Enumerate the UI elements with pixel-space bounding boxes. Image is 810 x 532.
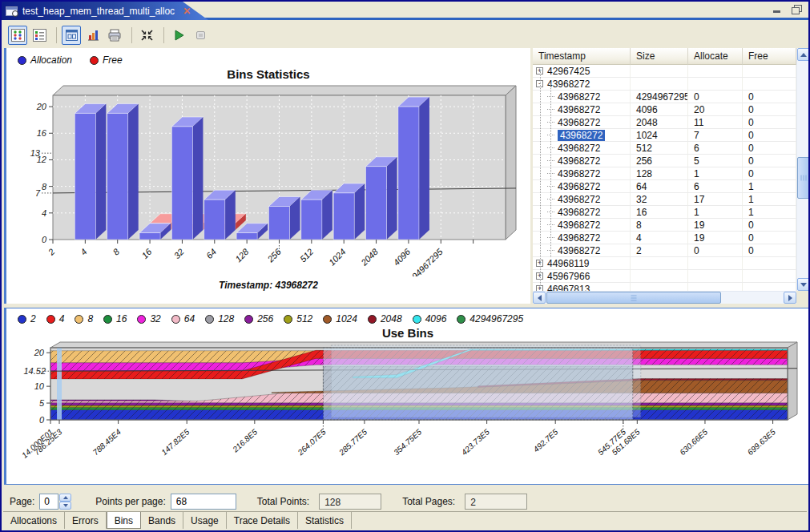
view-tab[interactable]: test_heap_mem_thread_multi_alloc ✕ [2, 2, 208, 20]
scroll-down-icon[interactable] [797, 278, 810, 291]
table-row[interactable]: 4396827251260 [533, 142, 796, 155]
legend-label: 8 [87, 313, 93, 324]
allocation-view-button[interactable] [8, 26, 27, 45]
use-bins-area-chart[interactable]: 14.000E01786.25E3788.45E4147.82E5216.8E5… [6, 340, 808, 476]
timestamp-cell: 42967425 [547, 66, 590, 77]
free-cell [743, 270, 796, 282]
free-cell [743, 283, 796, 291]
table-row[interactable]: 4396827232171 [533, 193, 796, 206]
table-row[interactable]: 4396827212810 [533, 167, 796, 180]
scroll-right-icon[interactable] [784, 292, 796, 304]
horizontal-scroll-thumb[interactable] [546, 292, 721, 304]
bins-statistics-panel: AllocationFree Bins Statistics 048121620… [4, 48, 530, 304]
bins-bar-chart[interactable]: 0481216207132481632641282565121024204840… [6, 81, 529, 276]
tab-trace-details[interactable]: Trace Details [227, 512, 298, 529]
allocate-cell: 20 [688, 103, 743, 115]
tab-bands[interactable]: Bands [141, 512, 183, 529]
page-input[interactable] [39, 494, 58, 510]
close-icon[interactable]: ✕ [183, 6, 191, 17]
resume-button[interactable] [169, 26, 188, 45]
timestamp-cell: 43968272 [558, 155, 600, 167]
legend-label: 2 [30, 313, 36, 324]
legend-dot-icon [18, 315, 26, 324]
chart-view-button[interactable] [83, 26, 103, 45]
timestamp-cell: 45967966 [547, 271, 590, 282]
table-row[interactable]: 43968272102470 [533, 129, 796, 142]
fit-window-button[interactable] [137, 26, 156, 45]
bottom-tabs: AllocationsErrorsBinsBandsUsageTrace Det… [3, 511, 807, 529]
svg-text:354.75E5: 354.75E5 [392, 427, 424, 457]
spin-down-icon[interactable] [59, 502, 71, 510]
use-bins-legend-item: 4 [46, 313, 65, 324]
tab-errors[interactable]: Errors [65, 512, 107, 529]
table-row[interactable]: +46967813 [533, 283, 796, 291]
page-spinner[interactable] [39, 494, 71, 510]
table-row[interactable]: +42967425 [533, 65, 796, 78]
stop-icon [194, 29, 208, 42]
svg-text:2048: 2048 [358, 246, 380, 268]
table-row[interactable]: 439682721611 [533, 206, 796, 219]
table-row[interactable]: 439682724096200 [533, 103, 796, 116]
legend-dot-icon [137, 315, 146, 324]
svg-text:4: 4 [79, 247, 89, 257]
tab-statistics[interactable]: Statistics [298, 512, 352, 529]
tab-allocations[interactable]: Allocations [3, 512, 65, 529]
scroll-left-icon[interactable] [533, 292, 546, 304]
use-bins-legend-item: 2 [18, 313, 36, 324]
legend-dot-icon [75, 315, 83, 324]
svg-text:423.73E5: 423.73E5 [460, 427, 492, 457]
size-cell [631, 78, 688, 90]
cursor-marker[interactable] [57, 348, 62, 420]
table-row[interactable]: +44968119 [533, 257, 796, 270]
overview-button[interactable] [62, 26, 81, 45]
scrollbar-corner [796, 291, 810, 304]
legend-label: 32 [150, 313, 160, 324]
bins-table-panel: TimestampSizeAllocateFree +42967425-4396… [533, 48, 810, 304]
table-row[interactable]: 439682728190 [533, 219, 796, 232]
table-row[interactable]: -43968272 [533, 78, 796, 91]
minimize-icon[interactable] [772, 5, 783, 14]
vertical-scrollbar[interactable] [796, 48, 810, 291]
points-per-page-input[interactable] [171, 494, 236, 510]
legend-dot-icon [413, 315, 421, 324]
svg-text:8: 8 [111, 246, 121, 256]
legend-label: 4096 [425, 313, 447, 324]
legend-dot-icon [244, 315, 253, 324]
table-row[interactable]: 439682722048110 [533, 116, 796, 129]
column-header-free[interactable]: Free [743, 48, 796, 65]
tab-bins[interactable]: Bins [107, 512, 141, 529]
free-cell: 0 [743, 142, 796, 154]
table-row[interactable]: +45967966 [533, 270, 796, 283]
size-cell: 4294967295 [631, 91, 688, 103]
tab-usage[interactable]: Usage [183, 512, 227, 529]
table-row[interactable]: 43968272200 [533, 244, 796, 257]
legend-dot-icon [284, 315, 292, 324]
svg-text:512: 512 [298, 247, 315, 264]
svg-text:7: 7 [35, 188, 41, 198]
allocate-cell: 5 [688, 155, 743, 167]
timestamp-cell: 43968272 [558, 232, 600, 244]
table-row[interactable]: 439682726461 [533, 180, 796, 193]
stop-button[interactable] [191, 26, 210, 45]
spin-up-icon[interactable] [59, 494, 71, 502]
legend-dot-icon [46, 315, 55, 324]
restore-icon[interactable] [791, 5, 802, 14]
selection-region[interactable] [323, 348, 632, 420]
size-cell: 16 [631, 206, 688, 218]
column-header-allocate[interactable]: Allocate [688, 48, 743, 65]
svg-text:14.52: 14.52 [23, 366, 46, 376]
list-view-button[interactable] [30, 26, 49, 45]
allocate-cell [688, 283, 743, 291]
column-header-timestamp[interactable]: Timestamp [533, 48, 631, 65]
size-cell: 32 [631, 193, 688, 205]
horizontal-scrollbar[interactable] [533, 291, 796, 304]
table-row[interactable]: 43968272429496729500 [533, 91, 796, 103]
scroll-up-icon[interactable] [797, 48, 810, 61]
legend-dot-icon [205, 315, 214, 324]
list-view-icon [33, 29, 46, 42]
table-row[interactable]: 439682724190 [533, 232, 796, 244]
table-row[interactable]: 4396827225650 [533, 155, 796, 167]
vertical-scroll-thumb[interactable] [797, 157, 810, 199]
column-header-size[interactable]: Size [631, 48, 688, 65]
print-button[interactable] [105, 26, 124, 45]
